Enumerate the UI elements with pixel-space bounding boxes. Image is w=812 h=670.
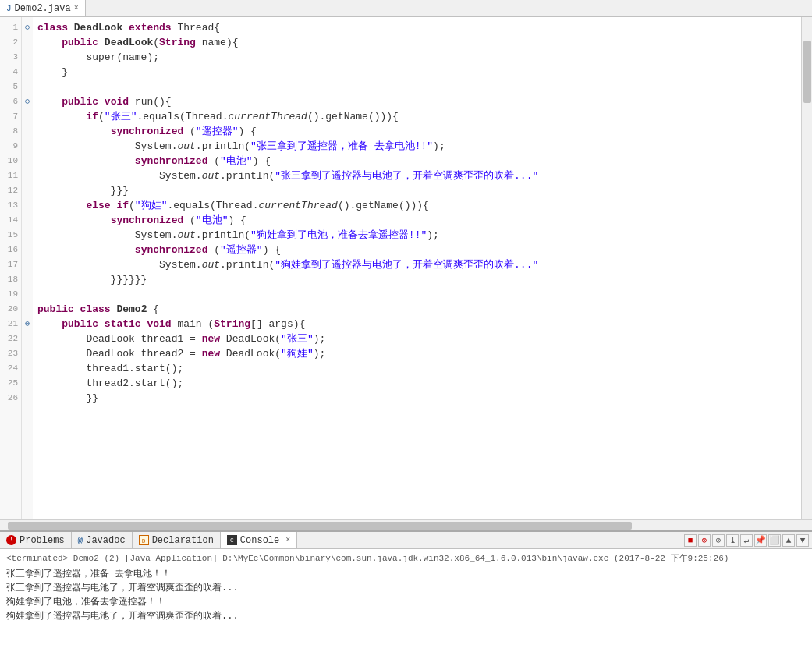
code-line-20: public class Demo2 { [37, 302, 801, 317]
fold-marker-5 [22, 80, 33, 94]
code-line-17: System.out.println("狗娃拿到了遥控器与电池了，开着空调爽歪歪… [37, 257, 801, 272]
console-output: <terminated> Demo2 (2) [Java Application… [0, 549, 812, 670]
tab-bar: J Demo2.java × [0, 0, 812, 17]
vertical-scrollbar[interactable] [801, 17, 812, 519]
minimize-button[interactable]: ▼ [796, 534, 809, 547]
fold-marker-15 [22, 228, 33, 243]
line-numbers: 1 2 3 4 5 6 7 8 9 10 11 12 13 14 15 16 1… [0, 17, 22, 519]
fold-marker-23 [22, 346, 33, 361]
code-line-14: synchronized ("电池") { [37, 213, 801, 228]
console-actions: ■ ⊗ ⊘ ⤓ ↵ 📌 ⬜ ▲ ▼ [684, 534, 812, 547]
fold-marker-22 [22, 331, 33, 346]
code-line-19 [37, 287, 801, 302]
fold-marker-24 [22, 361, 33, 376]
fold-marker-25 [22, 376, 33, 391]
code-content[interactable]: class DeadLook extends Thread{ public De… [33, 17, 801, 519]
word-wrap-button[interactable]: ↵ [740, 534, 753, 547]
fold-marker-18 [22, 272, 33, 287]
fold-marker-19 [22, 287, 33, 302]
code-area: 1 2 3 4 5 6 7 8 9 10 11 12 13 14 15 16 1… [0, 17, 812, 519]
h-scrollbar-thumb[interactable] [8, 522, 632, 530]
fold-marker-20 [22, 302, 33, 317]
fold-marker-4 [22, 65, 33, 80]
code-line-9: System.out.println("张三拿到了遥控器，准备 去拿电池!!")… [37, 139, 801, 154]
fold-marker-11 [22, 168, 33, 183]
close-console-button[interactable]: × [285, 536, 290, 544]
tab-label: Demo2.java [15, 3, 71, 14]
fold-marker-9 [22, 139, 33, 154]
declaration-icon: D [139, 535, 149, 545]
tab-console[interactable]: C Console × [221, 532, 297, 548]
code-line-7: if("张三".equals(Thread.currentThread().ge… [37, 109, 801, 124]
bottom-panel: ! Problems @ Javadoc D Declaration C Con… [0, 530, 812, 670]
fold-marker-16 [22, 243, 33, 257]
open-in-editor-button[interactable]: ⬜ [768, 534, 781, 547]
fold-marker-6[interactable]: ⊖ [22, 94, 33, 109]
v-scrollbar-thumb[interactable] [803, 41, 811, 103]
horizontal-scrollbar[interactable] [0, 519, 812, 530]
fold-marker-17 [22, 257, 33, 272]
fold-marker-14 [22, 213, 33, 228]
declaration-tab-label: Declaration [152, 535, 214, 546]
fold-marker-3 [22, 50, 33, 65]
code-line-24: thread1.start(); [37, 361, 801, 376]
fold-gutter: ⊖ ⊖ ⊖ [22, 17, 33, 519]
editor-container: J Demo2.java × 1 2 3 4 5 6 7 8 9 10 11 1… [0, 0, 812, 530]
console-tab-label: Console [240, 535, 279, 546]
code-line-11: System.out.println("张三拿到了遥控器与电池了，开着空调爽歪歪… [37, 168, 801, 183]
code-line-25: thread2.start(); [37, 376, 801, 391]
tab-javadoc[interactable]: @ Javadoc [72, 532, 133, 548]
code-line-10: synchronized ("电池") { [37, 154, 801, 168]
code-line-5 [37, 80, 801, 94]
tab-problems[interactable]: ! Problems [0, 532, 72, 548]
code-line-13: else if("狗娃".equals(Thread.currentThread… [37, 198, 801, 213]
code-line-8: synchronized ("遥控器") { [37, 124, 801, 139]
bottom-tabs: ! Problems @ Javadoc D Declaration C Con… [0, 532, 812, 549]
console-header: <terminated> Demo2 (2) [Java Application… [6, 552, 806, 565]
console-line-4: 狗娃拿到了遥控器与电池了，开着空调爽歪歪的吹着... [6, 609, 806, 623]
console-line-3: 狗娃拿到了电池，准备去拿遥控器！！ [6, 595, 806, 609]
fold-marker-26 [22, 391, 33, 406]
code-line-6: public void run(){ [37, 94, 801, 109]
code-line-12: }}} [37, 183, 801, 198]
console-line-2: 张三拿到了遥控器与电池了，开着空调爽歪歪的吹着... [6, 581, 806, 595]
stop-button2[interactable]: ⊗ [698, 534, 711, 547]
code-line-18: }}}}}} [37, 272, 801, 287]
problems-tab-label: Problems [20, 535, 65, 546]
app-container: J Demo2.java × 1 2 3 4 5 6 7 8 9 10 11 1… [0, 0, 812, 670]
code-line-1: class DeadLook extends Thread{ [37, 20, 801, 35]
tab-declaration[interactable]: D Declaration [133, 532, 221, 548]
editor-tab[interactable]: J Demo2.java × [0, 0, 86, 16]
problems-icon: ! [6, 535, 16, 545]
fold-marker-10 [22, 154, 33, 168]
code-line-4: } [37, 65, 801, 80]
fold-marker-13 [22, 198, 33, 213]
code-line-22: DeadLook thread1 = new DeadLook("张三"); [37, 331, 801, 346]
scroll-lock-button[interactable]: ⤓ [726, 534, 739, 547]
code-line-21: public static void main (String[] args){ [37, 317, 801, 331]
code-line-15: System.out.println("狗娃拿到了电池，准备去拿遥控器!!"); [37, 228, 801, 243]
fold-marker-12 [22, 183, 33, 198]
code-line-26: }} [37, 391, 801, 406]
file-icon: J [6, 4, 12, 13]
javadoc-icon: @ [78, 536, 83, 545]
console-line-1: 张三拿到了遥控器，准备 去拿电池！！ [6, 567, 806, 581]
stop-button[interactable]: ■ [684, 534, 697, 547]
console-icon: C [227, 535, 237, 545]
code-line-16: synchronized ("遥控器") { [37, 243, 801, 257]
maximize-button[interactable]: ▲ [782, 534, 795, 547]
fold-marker-21[interactable]: ⊖ [22, 317, 33, 331]
fold-marker-1[interactable]: ⊖ [22, 20, 33, 35]
code-line-3: super(name); [37, 50, 801, 65]
code-line-23: DeadLook thread2 = new DeadLook("狗娃"); [37, 346, 801, 361]
close-tab-button[interactable]: × [74, 4, 79, 12]
javadoc-tab-label: Javadoc [86, 535, 125, 546]
fold-marker-2 [22, 35, 33, 50]
clear-button[interactable]: ⊘ [712, 534, 725, 547]
code-line-2: public DeadLook(String name){ [37, 35, 801, 50]
fold-marker-8 [22, 124, 33, 139]
pin-button[interactable]: 📌 [754, 534, 767, 547]
fold-marker-7 [22, 109, 33, 124]
